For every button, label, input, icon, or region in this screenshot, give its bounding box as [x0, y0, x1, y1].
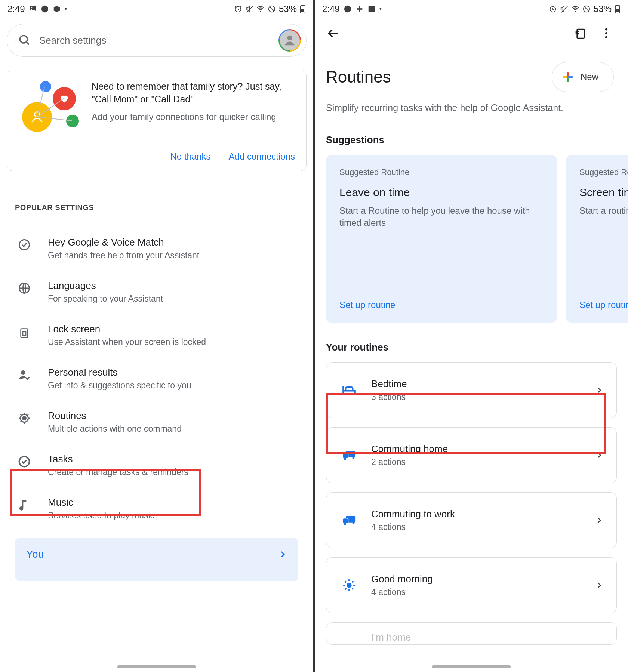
svg-point-25 [575, 11, 576, 12]
status-battery: 53% [594, 4, 612, 14]
svg-rect-7 [301, 9, 304, 12]
voice-icon [16, 238, 32, 252]
svg-point-35 [344, 458, 346, 460]
status-time: 2:49 [7, 4, 25, 14]
avatar[interactable] [278, 29, 301, 52]
svg-rect-23 [368, 6, 375, 12]
setting-music[interactable]: MusicServices used to play music [0, 487, 313, 530]
settings-list: Hey Google & Voice MatchGet hands-free h… [0, 227, 313, 530]
commute-icon [341, 515, 357, 526]
svg-rect-14 [21, 329, 28, 338]
svg-rect-28 [616, 9, 619, 12]
suggestion-leave-on-time[interactable]: Suggested Routine Leave on time Start a … [326, 155, 557, 323]
back-button[interactable] [326, 27, 341, 40]
routine-icon [16, 411, 32, 425]
setting-lock-screen[interactable]: Lock screenUse Assistant when your scree… [0, 314, 313, 357]
dnd-icon [41, 5, 49, 13]
section-popular-settings: POPULAR SETTINGS [15, 203, 313, 212]
person-check-icon [16, 368, 32, 382]
sun-icon [341, 578, 357, 592]
chevron-right-icon [595, 517, 603, 524]
routine-commuting-work[interactable]: Commuting to work4 actions [326, 492, 617, 548]
svg-point-10 [287, 36, 292, 40]
promo-add-connections[interactable]: Add connections [229, 151, 295, 162]
new-routine-button[interactable]: New [552, 62, 614, 92]
svg-rect-8 [302, 5, 304, 6]
nav-handle[interactable] [117, 665, 196, 668]
svg-rect-22 [359, 6, 360, 12]
dnd-icon [344, 5, 352, 13]
svg-point-20 [344, 6, 351, 12]
chevron-right-icon [278, 550, 287, 559]
svg-rect-15 [23, 331, 26, 335]
svg-point-36 [353, 457, 355, 459]
svg-rect-38 [343, 518, 348, 523]
setup-routine-link[interactable]: Set up routine [339, 300, 544, 310]
search-placeholder: Search settings [39, 35, 270, 46]
setting-tasks[interactable]: TasksCreate or manage tasks & reminders [0, 444, 313, 487]
status-bar: 2:49 • 53% [315, 0, 628, 18]
mute-icon [245, 5, 253, 13]
promo-title: Need to remember that family story? Just… [92, 80, 295, 106]
page-subtitle: Simplify recurring tasks with the help o… [315, 102, 628, 113]
search-settings[interactable]: Search settings [7, 24, 307, 57]
routine-commuting-home[interactable]: Commuting home2 actions [326, 427, 617, 483]
promo-graphic [18, 80, 82, 133]
routine-bedtime[interactable]: Bedtime3 actions [326, 362, 617, 418]
svg-point-18 [23, 417, 26, 420]
svg-point-39 [344, 523, 346, 525]
section-suggestions: Suggestions [315, 134, 628, 146]
suggestions-row[interactable]: Suggested Routine Leave on time Start a … [315, 155, 628, 323]
status-time: 2:49 [322, 4, 340, 14]
status-bar: 2:49 • 53% [0, 0, 313, 18]
setup-routine-link[interactable]: Set up routine [579, 300, 628, 310]
alarm-icon [549, 5, 557, 13]
svg-point-1 [31, 7, 32, 9]
nav-handle[interactable] [432, 665, 511, 668]
bed-icon [341, 385, 357, 396]
you-card[interactable]: You [15, 538, 298, 581]
svg-point-4 [260, 11, 261, 12]
dot-icon: • [65, 5, 67, 13]
svg-point-30 [605, 28, 607, 30]
svg-point-12 [19, 240, 30, 250]
setting-routines[interactable]: RoutinesMultiple actions with one comman… [0, 400, 313, 444]
plus-icon [562, 71, 574, 83]
block-icon [582, 5, 591, 13]
battery-icon [300, 4, 306, 13]
section-your-routines: Your routines [315, 342, 628, 353]
image-icon [367, 5, 376, 13]
routine-im-home[interactable]: I'm home [326, 622, 617, 645]
wifi-icon [256, 5, 265, 13]
svg-point-41 [347, 583, 351, 587]
chevron-right-icon [595, 386, 603, 394]
mute-icon [560, 5, 568, 13]
slack-icon [355, 5, 364, 13]
promo-no-thanks[interactable]: No thanks [170, 151, 210, 162]
setting-languages[interactable]: LanguagesFor speaking to your Assistant [0, 270, 313, 314]
app-bar [315, 20, 628, 46]
screen-routines: 2:49 • 53% Routines [315, 0, 628, 672]
svg-point-16 [21, 370, 25, 375]
lock-icon [16, 325, 32, 340]
setting-voice-match[interactable]: Hey Google & Voice MatchGet hands-free h… [0, 227, 313, 270]
box-icon [53, 5, 61, 13]
svg-point-31 [605, 32, 607, 34]
dot-icon: • [379, 5, 382, 13]
overflow-button[interactable] [599, 28, 614, 38]
svg-point-40 [353, 522, 355, 524]
wifi-icon [571, 5, 579, 13]
globe-icon [16, 281, 32, 295]
chevron-right-icon [595, 451, 603, 459]
promo-card: Need to remember that family story? Just… [7, 70, 307, 171]
screen-settings: 2:49 • 53% Search settings [0, 0, 313, 672]
you-label: You [26, 548, 44, 560]
suggestion-screen-time[interactable]: Suggested Routine Screen time Start a ro… [566, 155, 628, 323]
alarm-icon [234, 5, 242, 13]
shortcut-button[interactable] [573, 27, 588, 39]
battery-icon [615, 4, 621, 13]
routines-list: Bedtime3 actions Commuting home2 actions… [315, 362, 628, 645]
routine-good-morning[interactable]: Good morning4 actions [326, 557, 617, 613]
setting-personal-results[interactable]: Personal resultsGet info & suggestions s… [0, 357, 313, 400]
status-battery: 53% [279, 4, 297, 14]
